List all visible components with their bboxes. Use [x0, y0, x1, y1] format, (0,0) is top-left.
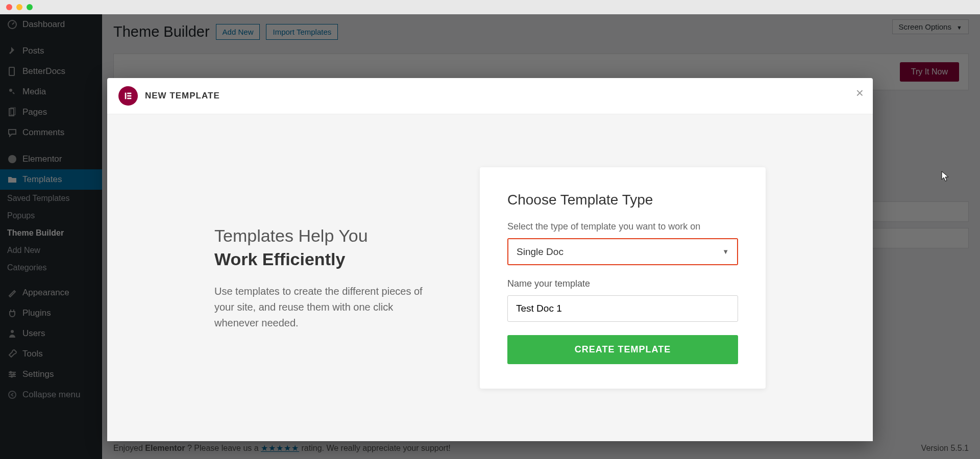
template-type-select-wrap: Single Doc ▼	[507, 238, 738, 265]
modal-form-card: Choose Template Type Select the type of …	[480, 167, 766, 389]
app-root: Dashboard Posts BetterDocs Media Pages	[0, 14, 980, 459]
modal-paragraph: Use templates to create the different pi…	[214, 284, 439, 331]
mac-titlebar	[0, 0, 980, 14]
modal-headline-line1: Templates Help You	[214, 226, 368, 245]
modal-headline-line2: Work Efficiently	[214, 248, 439, 271]
svg-rect-13	[127, 95, 131, 97]
name-label: Name your template	[507, 278, 738, 289]
close-icon: ×	[856, 85, 864, 100]
mac-close-dot[interactable]	[6, 4, 12, 10]
card-subtitle: Select the type of template you want to …	[507, 221, 738, 232]
modal-header: NEW TEMPLATE ×	[107, 78, 873, 114]
mouse-cursor-icon	[941, 171, 949, 182]
card-title: Choose Template Type	[507, 192, 738, 208]
mac-min-dot[interactable]	[16, 4, 22, 10]
modal-close-button[interactable]: ×	[856, 85, 864, 101]
modal-body: Templates Help You Work Efficiently Use …	[107, 114, 873, 441]
svg-rect-14	[127, 98, 131, 99]
template-type-select[interactable]: Single Doc	[508, 239, 737, 264]
template-name-input[interactable]	[507, 295, 738, 322]
elementor-logo-icon	[118, 86, 138, 106]
mac-max-dot[interactable]	[27, 4, 33, 10]
svg-rect-11	[125, 93, 127, 99]
modal-headline: Templates Help You Work Efficiently	[214, 224, 439, 271]
svg-rect-12	[127, 93, 131, 94]
modal-left-copy: Templates Help You Work Efficiently Use …	[214, 224, 439, 331]
new-template-modal: NEW TEMPLATE × Templates Help You Work E…	[107, 78, 873, 441]
create-template-button[interactable]: CREATE TEMPLATE	[507, 335, 738, 364]
modal-title: NEW TEMPLATE	[145, 91, 220, 101]
